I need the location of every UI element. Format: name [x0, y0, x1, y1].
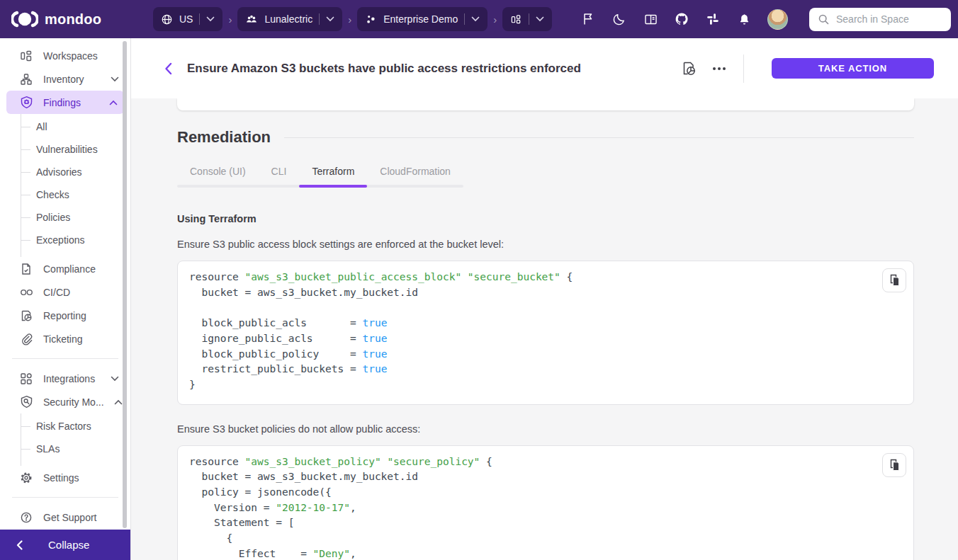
- copy-code-button[interactable]: [882, 268, 906, 292]
- sidebar-item-cicd[interactable]: CI/CD: [0, 280, 130, 304]
- sidebar-item-label: Vulnerabilities: [36, 144, 98, 155]
- security-model-shield-icon: [19, 395, 33, 409]
- ticketing-paperclip-icon: [19, 332, 33, 346]
- findings-subnav: All Vulnerabilities Advisories Checks Po…: [21, 114, 130, 257]
- sidebar-item-vulnerabilities[interactable]: Vulnerabilities: [21, 138, 130, 161]
- sidebar-item-integrations[interactable]: Integrations: [0, 367, 130, 390]
- sidebar-scrollbar[interactable]: [123, 41, 127, 528]
- code-content: resource "aws_s3_bucket_policy" "secure_…: [189, 455, 902, 560]
- sidebar-item-slas[interactable]: SLAs: [21, 438, 130, 460]
- chevron-down-icon[interactable]: [326, 16, 334, 22]
- sidebar-item-get-support[interactable]: Get Support: [0, 505, 130, 529]
- sidebar-item-settings[interactable]: Settings: [0, 466, 130, 489]
- docs-book-icon[interactable]: [643, 11, 658, 27]
- chevron-down-icon[interactable]: [536, 16, 544, 22]
- page-header-actions: TAKE ACTION: [679, 55, 934, 83]
- back-button[interactable]: [159, 59, 177, 78]
- user-avatar[interactable]: [767, 9, 788, 30]
- findings-shield-bug-icon: [19, 96, 33, 110]
- sidebar-item-label: Reporting: [43, 310, 86, 321]
- notifications-bell-icon[interactable]: [736, 11, 752, 27]
- security-model-subnav: Risk Factors SLAs: [21, 413, 130, 466]
- sidebar-item-label: Workspaces: [43, 50, 98, 62]
- github-icon[interactable]: [674, 11, 689, 27]
- header-divider: [743, 55, 744, 83]
- breadcrumb-organization-pill[interactable]: Lunalectric: [237, 7, 342, 31]
- sidebar-item-label: CI/CD: [43, 287, 70, 298]
- space-search: [809, 8, 951, 31]
- copy-code-button[interactable]: [882, 453, 906, 477]
- sidebar-item-label: Security Mo...: [43, 396, 104, 408]
- sidebar-item-checks[interactable]: Checks: [21, 183, 130, 206]
- space-icon: [365, 13, 377, 25]
- sidebar-item-workspaces[interactable]: Workspaces: [0, 44, 130, 67]
- settings-gear-icon: [19, 471, 33, 485]
- more-options-button[interactable]: [709, 59, 729, 79]
- mondoo-logo[interactable]: mondoo: [11, 11, 153, 28]
- sidebar-item-label: Ticketing: [43, 333, 83, 345]
- tab-cli[interactable]: CLI: [259, 156, 300, 188]
- breadcrumb-space-label: Enterprise Demo: [383, 13, 458, 25]
- sidebar-item-inventory[interactable]: Inventory: [0, 67, 130, 91]
- inventory-icon: [19, 72, 33, 86]
- breadcrumb-organization-label: Lunalectric: [264, 13, 312, 25]
- sidebar-item-label: Get Support: [43, 512, 97, 523]
- chevron-up-icon: [114, 399, 123, 405]
- mondoo-logo-icon: [11, 11, 38, 28]
- chevron-down-icon[interactable]: [471, 16, 480, 22]
- sidebar-item-label: Inventory: [43, 74, 84, 85]
- code-content: resource "aws_s3_bucket_public_access_bl…: [189, 270, 902, 393]
- breadcrumb-region-pill[interactable]: US: [153, 7, 222, 31]
- policy-report-icon[interactable]: [679, 59, 699, 79]
- copy-icon: [889, 274, 901, 287]
- page-title: Ensure Amazon S3 buckets have public acc…: [187, 62, 581, 76]
- sidebar-item-label: Findings: [43, 97, 81, 108]
- search-input[interactable]: [836, 13, 935, 25]
- breadcrumb-space-pill[interactable]: Enterprise Demo: [357, 7, 488, 31]
- sidebar-item-reporting[interactable]: Reporting: [0, 304, 130, 327]
- breadcrumb-workspace-pill[interactable]: [502, 7, 552, 31]
- chevron-down-icon: [111, 76, 119, 82]
- topbar: mondoo US ›: [0, 0, 958, 38]
- cicd-infinity-icon: [19, 285, 33, 299]
- sidebar: Workspaces Inventory: [0, 38, 131, 560]
- subsection-title: Using Terraform: [177, 213, 914, 224]
- integrations-icon: [19, 372, 33, 386]
- remediation-tabs: Console (UI) CLI Terraform CloudFormatio…: [177, 156, 463, 188]
- sidebar-item-ticketing[interactable]: Ticketing: [0, 327, 130, 350]
- chevron-down-icon: [111, 376, 119, 382]
- tab-cloudformation[interactable]: CloudFormation: [367, 156, 463, 188]
- sidebar-item-label: Exceptions: [36, 234, 84, 246]
- sidebar-item-risk-factors[interactable]: Risk Factors: [21, 415, 130, 438]
- content-scroll-area[interactable]: Remediation Console (UI) CLI Terraform C…: [131, 98, 958, 560]
- sidebar-item-exceptions[interactable]: Exceptions: [21, 229, 130, 251]
- chevron-left-icon: [16, 540, 23, 550]
- workspace-icon: [510, 13, 522, 25]
- sidebar-item-findings-all[interactable]: All: [21, 115, 130, 138]
- sidebar-item-label: Compliance: [43, 263, 96, 275]
- app-window: mondoo US ›: [0, 0, 958, 560]
- ellipsis-icon: [713, 67, 726, 70]
- help-question-icon: [19, 510, 33, 525]
- sidebar-nav: Workspaces Inventory: [0, 38, 130, 529]
- sidebar-item-compliance[interactable]: Compliance: [0, 257, 130, 280]
- main-area: Ensure Amazon S3 buckets have public acc…: [131, 38, 958, 560]
- sidebar-item-advisories[interactable]: Advisories: [21, 161, 130, 183]
- chevron-down-icon[interactable]: [206, 16, 215, 22]
- moon-icon[interactable]: [612, 11, 627, 27]
- tab-console-ui[interactable]: Console (UI): [177, 156, 259, 188]
- sidebar-item-label: Advisories: [36, 166, 82, 178]
- flag-icon[interactable]: [580, 11, 596, 27]
- chevron-up-icon: [109, 100, 118, 105]
- breadcrumb-separator: ›: [348, 14, 351, 25]
- tab-terraform[interactable]: Terraform: [299, 156, 367, 188]
- sidebar-item-policies[interactable]: Policies: [21, 206, 130, 229]
- slack-icon[interactable]: [705, 11, 721, 27]
- take-action-button[interactable]: TAKE ACTION: [772, 58, 934, 79]
- sidebar-item-security-model[interactable]: Security Mo...: [0, 390, 130, 413]
- remediation-section-head: Remediation: [177, 128, 914, 147]
- logo-wordmark: mondoo: [45, 11, 101, 28]
- sidebar-item-label: Checks: [36, 189, 69, 200]
- sidebar-collapse-button[interactable]: Collapse: [0, 530, 130, 560]
- sidebar-item-findings[interactable]: Findings: [6, 91, 124, 114]
